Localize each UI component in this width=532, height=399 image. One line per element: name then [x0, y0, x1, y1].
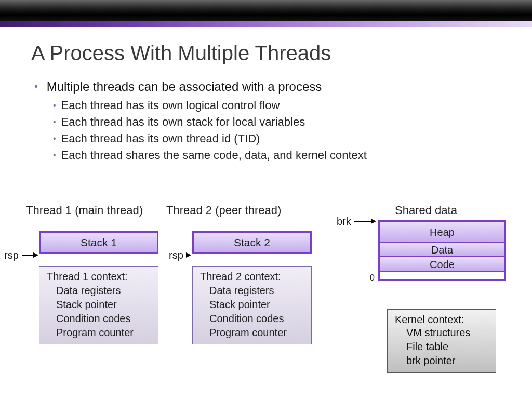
- sub-bullet: Each thread has its own stack for local …: [53, 114, 501, 130]
- rsp-label-1: rsp: [4, 249, 19, 261]
- sub-bullet: Each thread shares the same code, data, …: [53, 147, 501, 164]
- context1-item: Condition codes: [47, 312, 151, 326]
- arrowhead-icon: [33, 252, 38, 258]
- empty-segment: [380, 272, 504, 279]
- bullet-main: Multiple threads can be associated with …: [34, 79, 501, 164]
- context2-item: Condition codes: [200, 312, 304, 326]
- data-segment: Data: [380, 243, 504, 257]
- rsp-label-2: rsp: [169, 249, 183, 261]
- thread1-context-box: Thread 1 context: Data registers Stack p…: [39, 266, 158, 344]
- stack2-box: Stack 2: [192, 231, 312, 254]
- kernel-item: brk pointer: [395, 354, 488, 368]
- context2-item: Stack pointer: [200, 298, 304, 312]
- diagram: Thread 1 (main thread) Thread 2 (peer th…: [0, 197, 532, 395]
- kernel-item: File table: [395, 340, 488, 354]
- context2-item: Data registers: [200, 284, 304, 298]
- code-segment: Code: [380, 257, 504, 272]
- kernel-item: VM structures: [395, 326, 488, 340]
- arrow-icon: [354, 221, 371, 222]
- sub-bullet: Each thread has its own thread id (TID): [53, 130, 501, 147]
- accent-bar: [0, 21, 532, 27]
- arrowhead-icon: [371, 219, 376, 224]
- bullet-main-text: Multiple threads can be associated with …: [47, 79, 322, 94]
- shared-title: Shared data: [395, 204, 457, 217]
- kernel-context-box: Kernel context: VM structures File table…: [387, 309, 496, 373]
- zero-label: 0: [370, 273, 375, 283]
- sub-bullet-list: Each thread has its own logical control …: [34, 97, 501, 164]
- arrow-icon: [22, 255, 33, 256]
- heap-segment: Heap: [380, 222, 504, 243]
- sub-bullet: Each thread has its own logical control …: [53, 97, 501, 114]
- brk-label: brk: [337, 216, 351, 228]
- slide-title: A Process With Multiple Threads: [31, 42, 501, 65]
- shared-memory-box: Heap Data Code: [378, 220, 506, 281]
- stack1-box: Stack 1: [39, 231, 158, 254]
- bullet-list: Multiple threads can be associated with …: [31, 79, 501, 164]
- thread2-title: Thread 2 (peer thread): [166, 204, 281, 217]
- context1-item: Data registers: [47, 284, 151, 298]
- top-bar: [0, 0, 532, 21]
- context1-item: Program counter: [47, 326, 151, 340]
- slide-content: A Process With Multiple Threads Multiple…: [0, 27, 532, 164]
- context1-title: Thread 1 context:: [47, 271, 151, 283]
- thread1-title: Thread 1 (main thread): [26, 204, 143, 217]
- kernel-title: Kernel context:: [395, 314, 488, 326]
- context2-item: Program counter: [200, 326, 304, 340]
- context1-item: Stack pointer: [47, 298, 151, 312]
- thread2-context-box: Thread 2 context: Data registers Stack p…: [192, 266, 312, 344]
- arrowhead-icon: [186, 252, 191, 258]
- context2-title: Thread 2 context:: [200, 271, 304, 283]
